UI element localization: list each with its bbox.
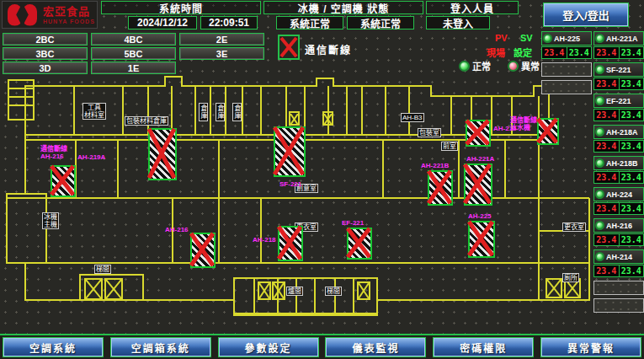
fan-icon[interactable] <box>104 278 123 300</box>
fan-abnormal-icon[interactable] <box>190 233 216 268</box>
floor-button-4bc[interactable]: 4BC <box>91 33 176 46</box>
abnormal-legend: 異常 <box>508 59 540 72</box>
unit-sv-value: 23.4 <box>620 234 644 245</box>
unit-button-ah-218b[interactable]: AH-218B <box>593 156 644 170</box>
unit-empty-slot <box>541 80 592 94</box>
floor-button-3e[interactable]: 3E <box>179 47 264 60</box>
unit-name: SF-221 <box>606 66 631 74</box>
fan-abnormal-icon[interactable] <box>274 126 306 177</box>
floor-button-5bc[interactable]: 5BC <box>91 47 176 60</box>
room-label: 包裝材料倉庫 <box>125 116 168 126</box>
machine-status-label: 冰機 / 空調機 狀態 <box>263 1 423 14</box>
hmi-screen: 宏亞食品 HUNYA FOODS 系統時間 2024/12/12 22:09:5… <box>0 0 644 359</box>
fan-abnormal-icon[interactable] <box>278 226 303 261</box>
unit-name: AH-224 <box>606 190 632 199</box>
top-bar: 宏亞食品 HUNYA FOODS 系統時間 2024/12/12 22:09:5… <box>0 0 644 30</box>
nav-button-密碼權限[interactable]: 密碼權限 <box>434 338 533 356</box>
floor-button-2bc[interactable]: 2BC <box>3 33 88 46</box>
unit-status-led-icon <box>595 96 604 105</box>
unit-button-sf-221[interactable]: SF-221 <box>593 62 644 77</box>
fan-icon[interactable] <box>258 281 271 300</box>
fan-icon[interactable] <box>84 278 103 300</box>
fan-icon[interactable] <box>357 281 370 300</box>
system-date-value: 2024/12/12 <box>128 16 197 29</box>
unit-status-led-icon <box>595 190 604 199</box>
unit-name: AH-214 <box>606 253 632 261</box>
unit-sv-value: 23.4 <box>620 141 644 152</box>
unit-sv-value: 23.4 <box>620 47 644 58</box>
room-label: 前室 <box>441 142 458 151</box>
fan-icon[interactable] <box>272 281 285 300</box>
field-legend-label: 現場 <box>487 46 505 59</box>
fan-abnormal-icon[interactable] <box>537 118 559 145</box>
unit-pv-value: 23.4 <box>594 265 620 276</box>
login-status-value: 未登入 <box>426 16 490 29</box>
unit-button-ah-216[interactable]: AH-216 <box>593 218 644 233</box>
unit-sv-value: 23.4 <box>620 172 644 183</box>
floor-button-3d[interactable]: 3D <box>3 62 88 74</box>
room-label: AH-B3 <box>401 113 424 122</box>
bottom-nav-bar: 空調系統空調箱系統參數設定儀表監視密碼權限異常警報 <box>0 334 644 359</box>
unit-pv-value: 23.4 <box>594 141 620 152</box>
normal-legend: 正常 <box>459 59 491 72</box>
unit-name: AH-225 <box>554 35 580 43</box>
unit-button-ah-214[interactable]: AH-214 <box>593 249 644 264</box>
fan-label: AH-219A <box>77 153 105 161</box>
fan-icon[interactable] <box>546 278 562 298</box>
fan-abnormal-icon[interactable] <box>466 120 491 147</box>
unit-values-ah-224: 23.423.4 <box>593 202 644 215</box>
nav-button-空調系統[interactable]: 空調系統 <box>3 338 103 356</box>
login-logout-button[interactable]: 登入/登出 <box>544 3 628 26</box>
unit-pv-value: 23.4 <box>594 47 620 58</box>
fan-icon[interactable] <box>289 111 300 126</box>
unit-button-ah-224[interactable]: AH-224 <box>593 187 644 201</box>
nav-button-儀表監視[interactable]: 儀表監視 <box>326 338 425 356</box>
unit-values-sf-221: 23.423.4 <box>593 78 644 90</box>
nav-button-空調箱系統[interactable]: 空調箱系統 <box>111 338 210 356</box>
unit-pv-value: 23.4 <box>594 172 620 183</box>
logo-subtitle: HUNYA FOODS <box>43 19 95 24</box>
unit-empty-slot <box>593 281 644 295</box>
fan-abnormal-icon[interactable] <box>51 165 76 197</box>
fan-abnormal-icon[interactable] <box>428 170 453 206</box>
unit-values-ah-214: 23.423.4 <box>593 265 644 277</box>
company-logo: 宏亞食品 HUNYA FOODS <box>2 1 98 29</box>
ahu-status-value: 系統正常 <box>347 16 414 29</box>
unit-empty-slot <box>541 62 592 77</box>
nav-button-參數設定[interactable]: 參數設定 <box>219 338 318 356</box>
unit-name: EF-221 <box>606 97 631 105</box>
fan-abnormal-icon[interactable] <box>347 228 372 260</box>
unit-status-led-icon <box>595 221 604 230</box>
unit-sv-value: 23.4 <box>567 47 592 58</box>
comm-fail-legend-label: 通信斷線 <box>305 42 352 56</box>
floor-button-1e[interactable]: 1E <box>91 62 176 74</box>
fan-abnormal-icon[interactable] <box>468 221 495 258</box>
unit-button-ah-225[interactable]: AH-225 <box>541 31 592 46</box>
abnormal-legend-label: 異常 <box>521 59 540 72</box>
logo-icon <box>6 3 40 27</box>
room-label: 梯間 <box>94 265 111 274</box>
floor-button-2e[interactable]: 2E <box>179 33 264 46</box>
nav-button-異常警報[interactable]: 異常警報 <box>541 338 641 356</box>
fan-abnormal-icon[interactable] <box>464 163 492 206</box>
logo-title: 宏亞食品 <box>43 6 95 17</box>
fan-abnormal-icon[interactable] <box>148 128 177 180</box>
unit-status-led-icon <box>595 252 604 261</box>
unit-status-led-icon <box>595 34 604 43</box>
unit-name: AH-221A <box>606 35 638 43</box>
unit-column-a: AH-22523.423.4 <box>541 31 592 98</box>
floor-button-3bc[interactable]: 3BC <box>3 47 88 60</box>
unit-empty-slot <box>593 298 644 313</box>
unit-status-led-icon <box>543 34 552 43</box>
room-label: 爐間 <box>286 287 303 296</box>
unit-button-ah-221a[interactable]: AH-221A <box>593 31 644 46</box>
fan-label: AH-221A <box>466 155 494 163</box>
unit-pv-value: 23.4 <box>594 234 620 245</box>
unit-sv-value: 23.4 <box>620 203 644 214</box>
fan-icon[interactable] <box>322 111 333 126</box>
room-label: 倉庫 <box>232 103 242 121</box>
unit-sv-value: 23.4 <box>620 265 644 276</box>
unit-button-ef-221[interactable]: EF-221 <box>593 94 644 108</box>
pv-legend-label: PV <box>495 33 508 43</box>
unit-button-ah-218a[interactable]: AH-218A <box>593 125 644 139</box>
